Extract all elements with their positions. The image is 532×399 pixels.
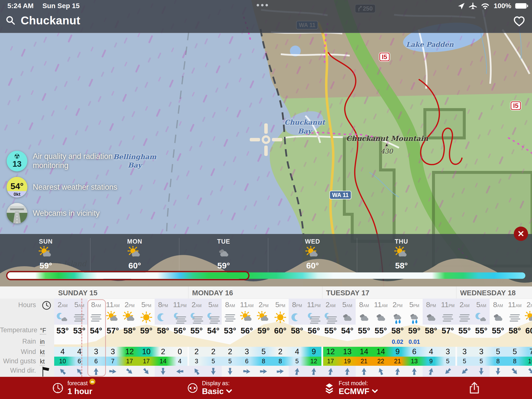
- weather-icon-moon-fog: [190, 311, 203, 324]
- hour-weather-icon: [439, 311, 456, 325]
- day-temp: 60°: [90, 261, 179, 270]
- hour-weather-icon: [171, 311, 188, 325]
- wind-value: 2: [205, 347, 222, 357]
- day-strip-wed[interactable]: WED 60°: [268, 238, 357, 274]
- wind-value: 14: [372, 347, 389, 357]
- hour-weather-icon: [121, 311, 138, 325]
- wind-direction-cell: [305, 366, 322, 377]
- wind-direction-cell: [423, 366, 439, 377]
- wind-direction-arrow: [142, 367, 151, 376]
- hour-weather-icon: [456, 311, 473, 325]
- weather-icon-sun-cloud: [394, 246, 409, 260]
- rain-value: [490, 337, 506, 347]
- hour-column: 8AM: [356, 299, 372, 311]
- share-button[interactable]: [468, 382, 481, 394]
- radiation-button[interactable]: ☢13Air quality and radiation monitoring: [7, 151, 141, 171]
- weather-icon-moon: [290, 311, 304, 324]
- hour-column: 8PM: [423, 299, 439, 311]
- model-value: ECMWF: [339, 387, 369, 396]
- temperature-value: 59°: [138, 325, 155, 337]
- rain-value: [121, 337, 138, 347]
- road-badge-state: WA 11: [330, 191, 351, 200]
- temperature-value: 54°: [205, 325, 222, 337]
- map-label-430: 430: [381, 148, 393, 155]
- station-button[interactable]: 54°0ktNearest weather stations: [7, 177, 141, 198]
- temperature-value: 55°: [372, 325, 389, 337]
- weather-icon-cloud-rain: [391, 311, 404, 324]
- wind-direction-arrow: [292, 367, 302, 376]
- search-input[interactable]: Chuckanut: [21, 14, 80, 27]
- wind-direction-cell: [188, 366, 205, 377]
- wind-direction-cell: [356, 366, 372, 377]
- wind-direction-arrow: [393, 367, 402, 376]
- forecast-step-button[interactable]: forecast 1 hour: [52, 380, 96, 396]
- temperature-value: 55°: [188, 325, 205, 337]
- temperature-value: 57°: [104, 325, 121, 337]
- wind-direction-cell: [255, 366, 272, 377]
- gust-value: 9: [423, 357, 439, 366]
- weather-icon-fog: [223, 311, 237, 324]
- rain-value: 0.02: [389, 337, 406, 347]
- radiation-icon: ☢13: [7, 151, 27, 171]
- wind-direction-arrow: [108, 367, 117, 376]
- gust-value: 5: [473, 357, 490, 366]
- wind-direction-arrow: [175, 367, 184, 376]
- hour-column: 11AM: [506, 299, 523, 311]
- wind-direction-arrow: [309, 367, 318, 376]
- wind-direction-cell: [205, 366, 222, 377]
- day-name: TUE: [179, 238, 268, 245]
- wind-direction-arrow: [75, 367, 84, 376]
- day-strip-tue[interactable]: TUE 59°: [179, 238, 268, 274]
- wind-value: 12: [322, 347, 339, 357]
- weather-icon-moon-fog: [173, 311, 186, 324]
- display-as-selector[interactable]: Display as: Basic: [187, 380, 232, 396]
- gust-value: 8: [506, 357, 523, 366]
- forecast-model-selector[interactable]: Fcst model: ECMWF: [324, 380, 378, 396]
- rain-value: [339, 337, 356, 347]
- weather-icon-moon-fog: [207, 311, 220, 324]
- quick-button-label: Air quality and radiation monitoring: [33, 152, 141, 170]
- wind-value: 3: [104, 347, 121, 357]
- gust-value: 4: [171, 357, 188, 366]
- webcam-button[interactable]: Webcams in vicinity: [7, 203, 141, 224]
- rain-value: [423, 337, 439, 347]
- wind-value: 9: [305, 347, 322, 357]
- rain-value: [205, 337, 222, 347]
- rain-value: [473, 337, 490, 347]
- day-strip-sun[interactable]: SUN 59°: [1, 238, 90, 274]
- day-strip-mon[interactable]: MON 60°: [90, 238, 179, 274]
- gust-value: 6: [71, 357, 88, 366]
- wind-direction-arrow: [510, 367, 519, 376]
- hour-column: 2PM: [523, 299, 532, 311]
- time-progress-bar[interactable]: [7, 272, 525, 279]
- gust-value: 7: [104, 357, 121, 366]
- chevron-down-icon: [372, 389, 378, 393]
- wind-value: 7: [523, 347, 532, 357]
- wind-value: 2: [188, 347, 205, 357]
- wind-direction-cell: [372, 366, 389, 377]
- wifi-icon: [481, 2, 490, 9]
- webcam-thumbnail: [7, 203, 27, 224]
- weather-icon-sun-cloud: [123, 311, 136, 324]
- close-forecast-button[interactable]: ✕: [514, 227, 528, 241]
- temperature-value: 53°: [54, 325, 71, 337]
- rain-value: [238, 337, 255, 347]
- rain-value: [71, 337, 88, 347]
- hour-weather-icon: [406, 311, 423, 325]
- day-strip-thu[interactable]: THU 58°: [357, 238, 446, 274]
- wind-value: 5: [506, 347, 523, 357]
- forecast-table: Hours Temperature Rain Wind Wind gusts W…: [0, 286, 532, 377]
- temperature-value: 53°: [71, 325, 88, 337]
- favorite-heart-icon[interactable]: [513, 15, 526, 27]
- quick-button-label: Nearest weather stations: [33, 183, 117, 192]
- premium-crown-icon: [89, 378, 96, 385]
- wind-value: 12: [121, 347, 138, 357]
- wind-direction-arrow: [426, 367, 436, 376]
- temperature-value: 54°: [339, 325, 356, 337]
- weather-icon-sun-cloud: [39, 246, 53, 260]
- hour-weather-icon: [490, 311, 506, 325]
- wind-direction-arrow: [493, 367, 503, 376]
- hour-weather-icon: [255, 311, 272, 325]
- layers-icon: [324, 382, 335, 394]
- hour-column: 11AM: [238, 299, 255, 311]
